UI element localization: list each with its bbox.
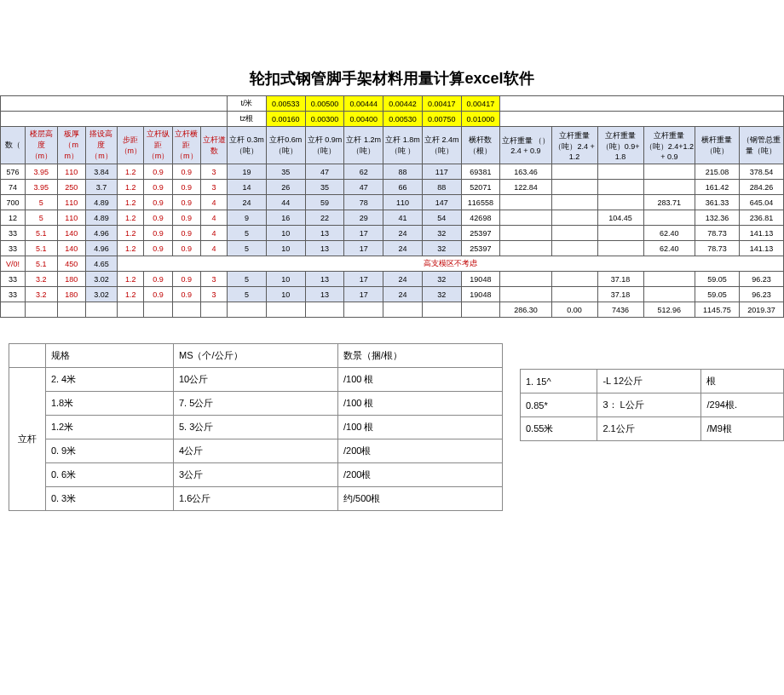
list-item: 1.8米7. 5公斤/100 根: [9, 392, 503, 416]
table-row: 335.11404.961.20.90.94510131724322539762…: [1, 226, 784, 241]
list-item: 0.55米2.1公斤/M9根: [521, 417, 784, 441]
top-row-1: t/米 0.005330.00500 0.004440.00442 0.0041…: [1, 96, 784, 112]
totals-row: 286.300.007436512.961145.752019.37: [1, 302, 784, 318]
table-row: 335.11404.961.20.90.94510131724322539762…: [1, 241, 784, 256]
table-row: 5763.951103.841.20.90.931935476288117693…: [1, 164, 784, 180]
small-table: 规格 MS（个/公斤） 数景（捆/根） 立杆2. 4米10公斤/100 根1.8…: [9, 343, 503, 511]
table-row: 1251104.891.20.90.949162229415442698104.…: [1, 210, 784, 226]
list-item: 立杆2. 4米10公斤/100 根: [9, 368, 503, 392]
list-item: 1. 15^-L 12公斤根: [521, 370, 784, 393]
list-item: 0. 3米1.6公斤约/500根: [9, 487, 503, 511]
table-row: 333.21803.021.20.90.93510131724321904837…: [1, 272, 784, 287]
main-table: t/米 0.005330.00500 0.004440.00442 0.0041…: [0, 95, 784, 318]
table-row: 743.952503.71.20.90.93142635476688520711…: [1, 180, 784, 195]
top-row-2: tz根 0.001600.00300 0.004000.00530 0.0075…: [1, 112, 784, 127]
list-item: 1.2米5. 3公斤/100 根: [9, 416, 503, 439]
list-item: 0. 9米4公斤/200根: [9, 439, 503, 463]
note-row: V/0! 5.1 450 4.65 高支模区不考虑: [1, 256, 784, 272]
list-item: 0. 6米3公斤/200根: [9, 463, 503, 487]
list-item: 0.85*3： L公斤/294根.: [521, 393, 784, 417]
header-row: 数（ 楼层高度（m） 板厚（mm） 搭设高度（m） 步距（m） 立杆纵距（m） …: [1, 127, 784, 164]
small-header: 规格 MS（个/公斤） 数景（捆/根）: [9, 344, 503, 368]
table-row: 333.21803.021.20.90.93510131724321904837…: [1, 287, 784, 302]
page-title: 轮扣式钢管脚手架材料用量计算excel软件: [0, 68, 784, 89]
small-table-2: 1. 15^-L 12公斤根0.85*3： L公斤/294根.0.55米2.1公…: [520, 369, 784, 441]
table-row: 70051104.891.20.90.942444597811014711655…: [1, 195, 784, 210]
